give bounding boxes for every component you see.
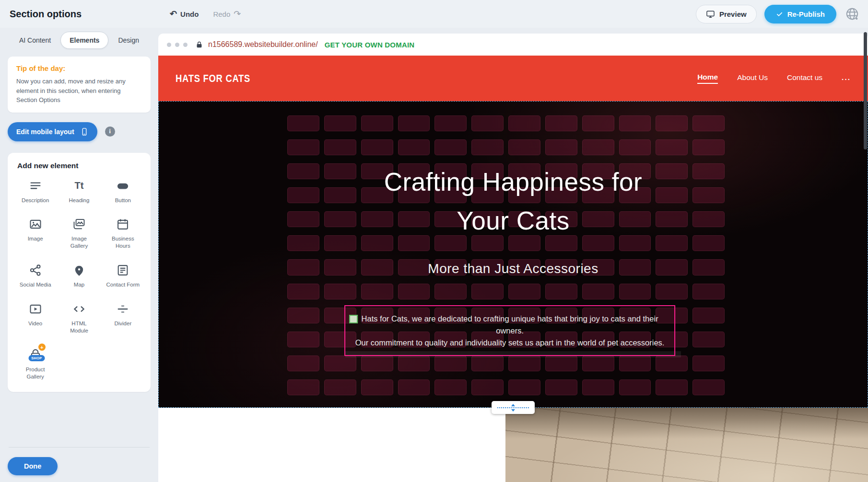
grid-tile bbox=[508, 379, 540, 395]
get-domain-link[interactable]: GET YOUR OWN DOMAIN bbox=[325, 41, 415, 49]
check-icon bbox=[776, 11, 783, 18]
grid-tile bbox=[692, 356, 725, 371]
tab-elements[interactable]: Elements bbox=[60, 32, 108, 49]
grid-tile bbox=[692, 139, 725, 155]
section-height-drag-handle[interactable] bbox=[492, 401, 535, 414]
phone-icon bbox=[80, 127, 89, 136]
arrow-up-icon bbox=[511, 404, 515, 406]
heading-icon: Tt bbox=[75, 179, 84, 193]
element-product-gallery[interactable]: + SHOP Product Gallery bbox=[14, 348, 56, 380]
hero-headline[interactable]: Crafting Happiness for Your Cats bbox=[159, 163, 868, 240]
selected-text-element[interactable]: Hats for Cats, we are dedicated to craft… bbox=[344, 305, 675, 356]
republish-button[interactable]: Re-Publish bbox=[764, 5, 836, 23]
contact-form-icon bbox=[116, 263, 129, 277]
element-html-module[interactable]: HTML Module bbox=[58, 302, 100, 334]
undo-button[interactable]: ↶ Undo bbox=[170, 10, 199, 18]
topbar-actions: Preview Re-Publish bbox=[696, 5, 860, 23]
site-preview: HATS FOR CATS Home About Us Contact us .… bbox=[158, 56, 868, 482]
scrollbar-thumb[interactable] bbox=[864, 32, 867, 149]
grid-tile bbox=[471, 284, 504, 299]
grid-tile bbox=[434, 284, 467, 299]
product-gallery-icon: + SHOP bbox=[29, 348, 42, 362]
preview-area: n1566589.websitebuilder.online/ GET YOUR… bbox=[158, 28, 868, 482]
info-icon[interactable]: i bbox=[105, 126, 115, 137]
next-section-paving-image bbox=[505, 408, 868, 482]
preview-button[interactable]: Preview bbox=[696, 5, 757, 23]
edit-mobile-layout-label: Edit mobile layout bbox=[16, 128, 74, 136]
plus-badge: + bbox=[38, 344, 46, 351]
hero-section[interactable]: Crafting Happiness for Your Cats More th… bbox=[158, 101, 868, 408]
done-button[interactable]: Done bbox=[8, 457, 58, 475]
monitor-icon bbox=[706, 10, 715, 19]
grid-tile bbox=[398, 356, 430, 371]
grid-tile bbox=[656, 356, 688, 371]
grid-tile bbox=[619, 379, 651, 395]
grid-tile bbox=[471, 379, 504, 395]
nav-more[interactable]: ... bbox=[842, 73, 851, 83]
app-root: Section options ↶ Undo Redo ↷ Preview bbox=[0, 0, 868, 482]
window-dot bbox=[183, 43, 188, 47]
preview-label: Preview bbox=[719, 10, 747, 18]
grid-tile bbox=[287, 115, 319, 131]
tab-ai-content[interactable]: AI Content bbox=[11, 32, 59, 48]
html-module-icon bbox=[72, 302, 86, 316]
element-business-hours[interactable]: Business Hours bbox=[102, 217, 144, 250]
grid-tile bbox=[361, 284, 393, 299]
element-video[interactable]: Video bbox=[14, 302, 56, 334]
element-image[interactable]: Image bbox=[14, 217, 56, 250]
grid-tile bbox=[545, 284, 577, 299]
grid-tile bbox=[582, 139, 614, 155]
element-button[interactable]: Button bbox=[102, 179, 144, 204]
grid-tile bbox=[287, 308, 319, 323]
grid-tile bbox=[656, 115, 688, 131]
edit-mobile-layout-button[interactable]: Edit mobile layout bbox=[8, 122, 97, 141]
element-description[interactable]: Description bbox=[14, 179, 56, 204]
image-icon bbox=[29, 217, 42, 231]
element-image-gallery[interactable]: Image Gallery bbox=[58, 217, 100, 250]
window-dots bbox=[167, 43, 188, 47]
map-icon bbox=[72, 263, 86, 277]
element-contact-form[interactable]: Contact Form bbox=[102, 263, 144, 288]
site-nav: Home About Us Contact us ... bbox=[697, 73, 851, 84]
hero-subtitle[interactable]: More than Just Accessories bbox=[159, 261, 868, 276]
tip-title: Tip of the day: bbox=[16, 64, 142, 72]
nav-contact-us[interactable]: Contact us bbox=[787, 73, 822, 83]
arrow-down-icon bbox=[511, 409, 515, 412]
grid-tile bbox=[619, 284, 651, 299]
grid-tile bbox=[619, 356, 651, 371]
grid-tile bbox=[582, 379, 614, 395]
grid-tile bbox=[398, 139, 430, 155]
site-header[interactable]: HATS FOR CATS Home About Us Contact us .… bbox=[158, 56, 868, 101]
redo-icon: ↷ bbox=[234, 10, 241, 18]
grid-tile bbox=[287, 284, 319, 299]
site-url: n1566589.websitebuilder.online/ bbox=[208, 40, 318, 49]
undo-redo-group: ↶ Undo Redo ↷ bbox=[170, 10, 241, 18]
grid-tile bbox=[324, 379, 356, 395]
nav-home[interactable]: Home bbox=[697, 73, 718, 84]
grid-tile bbox=[287, 332, 319, 347]
topbar: Section options ↶ Undo Redo ↷ Preview bbox=[0, 0, 868, 28]
element-grid: Description Tt Heading Button bbox=[14, 179, 144, 381]
element-heading[interactable]: Tt Heading bbox=[58, 179, 100, 204]
description-icon bbox=[29, 179, 42, 193]
element-social-media[interactable]: Social Media bbox=[14, 263, 56, 288]
grid-tile bbox=[508, 356, 540, 371]
nav-about-us[interactable]: About Us bbox=[737, 73, 768, 83]
element-divider[interactable]: Divider bbox=[102, 302, 144, 334]
grid-tile bbox=[434, 139, 467, 155]
add-element-panel: Add new element Description Tt Heading bbox=[8, 153, 151, 392]
add-element-title: Add new element bbox=[17, 161, 141, 170]
undo-icon: ↶ bbox=[170, 10, 177, 18]
redo-button[interactable]: Redo ↷ bbox=[213, 10, 241, 18]
element-resize-handle[interactable] bbox=[349, 315, 358, 323]
tab-design[interactable]: Design bbox=[109, 32, 148, 48]
sidebar-tabs: AI Content Elements Design bbox=[8, 32, 151, 49]
page-title: Section options bbox=[10, 9, 158, 20]
element-map[interactable]: Map bbox=[58, 263, 100, 288]
grid-tile bbox=[692, 379, 725, 395]
grid-tile bbox=[545, 379, 577, 395]
site-logo[interactable]: HATS FOR CATS bbox=[176, 72, 250, 85]
language-globe-icon[interactable] bbox=[844, 6, 860, 22]
social-media-icon bbox=[29, 263, 42, 277]
grid-tile bbox=[692, 308, 725, 323]
